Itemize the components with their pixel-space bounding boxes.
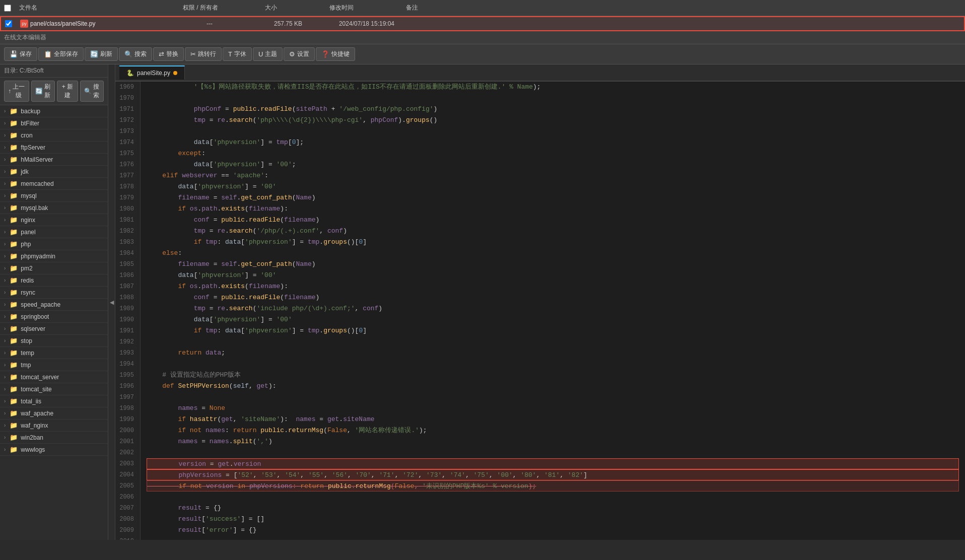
sidebar-item-label: tomcat_site xyxy=(21,386,51,393)
sidebar-item-pm2[interactable]: ›📁pm2 xyxy=(0,262,108,274)
code-line: filename = self.get_conf_path(Name) xyxy=(147,259,959,270)
sidebar-item-label: jdk xyxy=(21,168,28,175)
sidebar-item-redis[interactable]: ›📁redis xyxy=(0,274,108,287)
chevron-icon: › xyxy=(4,265,6,271)
code-container[interactable]: 1969197019711972197319741975197619771978… xyxy=(115,82,965,540)
line-number: 2003 xyxy=(119,458,136,469)
sidebar-item-mysql.bak[interactable]: ›📁mysql.bak xyxy=(0,202,108,214)
nav-search-button[interactable]: 🔍 搜索 xyxy=(80,81,104,102)
chevron-icon: › xyxy=(4,362,6,368)
line-number: 2004 xyxy=(119,469,136,480)
sidebar-item-label: rsync xyxy=(21,289,35,296)
chevron-icon: › xyxy=(4,423,6,428)
chevron-icon: › xyxy=(4,132,6,138)
goto-icon: ✂ xyxy=(190,50,196,58)
line-number: 1976 xyxy=(119,159,136,170)
sidebar-item-hMailServer[interactable]: ›📁hMailServer xyxy=(0,154,108,166)
line-number: 1999 xyxy=(119,414,136,425)
editor-tab-panelsite[interactable]: 🐍 panelSite.py xyxy=(119,65,185,80)
code-line: data['phpversion'] = '00' xyxy=(147,270,959,281)
sidebar-item-speed_apache[interactable]: ›📁speed_apache xyxy=(0,299,108,311)
sidebar-item-sqlserver[interactable]: ›📁sqlserver xyxy=(0,323,108,335)
code-line: tmp = re.search('/php/(.+).conf', conf) xyxy=(147,226,959,237)
sidebar-item-label: memcached xyxy=(21,180,53,187)
sidebar-item-springboot[interactable]: ›📁springboot xyxy=(0,311,108,323)
line-number: 1998 xyxy=(119,403,136,414)
sidebar-item-total_iis[interactable]: ›📁total_iis xyxy=(0,395,108,407)
sidebar-item-label: backup xyxy=(21,108,40,115)
sidebar-item-phpmyadmin[interactable]: ›📁phpmyadmin xyxy=(0,250,108,262)
folder-icon: 📁 xyxy=(10,252,18,260)
nav-up-button[interactable]: ↑ 上一级 xyxy=(4,81,29,102)
file-checkbox[interactable] xyxy=(5,20,12,27)
shortcuts-button[interactable]: ❓ 快捷键 xyxy=(316,47,355,61)
sidebar-item-tomcat_server[interactable]: ›📁tomcat_server xyxy=(0,371,108,383)
col-perm-header: 权限 / 所有者 xyxy=(160,4,241,12)
chevron-icon: › xyxy=(4,350,6,356)
code-line: if not names: return public.returnMsg(Fa… xyxy=(147,425,959,436)
folder-icon: 📁 xyxy=(10,264,18,272)
sidebar-item-label: speed_apache xyxy=(21,301,60,308)
nav-new-button[interactable]: + 新建 xyxy=(57,81,78,102)
save-button[interactable]: 💾 保存 xyxy=(4,47,37,61)
code-line: names = names.split(',') xyxy=(147,436,959,447)
collapse-icon: ◀ xyxy=(110,299,114,306)
search-button[interactable]: 🔍 搜索 xyxy=(119,47,152,61)
col-size-header: 大小 xyxy=(241,4,301,12)
refresh-button[interactable]: 🔄 刷新 xyxy=(85,47,118,61)
line-number: 2007 xyxy=(119,503,136,514)
chevron-icon: › xyxy=(4,338,6,343)
sidebar-item-tmp[interactable]: ›📁tmp xyxy=(0,359,108,371)
folder-icon: 📁 xyxy=(10,180,18,187)
sidebar-item-mysql[interactable]: ›📁mysql xyxy=(0,190,108,202)
save-icon: 💾 xyxy=(10,50,18,58)
sidebar-item-label: win2ban xyxy=(21,434,43,441)
chevron-icon: › xyxy=(4,398,6,404)
line-number: 1975 xyxy=(119,148,136,159)
sidebar-item-php[interactable]: ›📁php xyxy=(0,238,108,250)
sidebar-item-label: panel xyxy=(21,229,35,236)
replace-button[interactable]: ⇄ 替换 xyxy=(153,47,184,61)
sidebar-item-waf_nginx[interactable]: ›📁waf_nginx xyxy=(0,419,108,432)
select-all-checkbox[interactable] xyxy=(4,5,11,12)
sidebar-item-tomcat_site[interactable]: ›📁tomcat_site xyxy=(0,383,108,395)
chevron-icon: › xyxy=(4,374,6,380)
font-button[interactable]: T 字休 xyxy=(223,47,252,61)
chevron-icon: › xyxy=(4,277,6,283)
sidebar-item-temp[interactable]: ›📁temp xyxy=(0,347,108,359)
sidebar-item-stop[interactable]: ›📁stop xyxy=(0,335,108,347)
tab-modified-dot xyxy=(173,71,177,75)
theme-button[interactable]: U 主题 xyxy=(253,47,283,61)
code-line: '【%s】网站路径获取失败，请检查IIS是否存在此站点，如IIS不存在请通过面板… xyxy=(147,82,959,93)
sidebar-item-label: ftpServer xyxy=(21,144,45,151)
line-number: 1995 xyxy=(119,370,136,381)
sidebar-item-waf_apache[interactable]: ›📁waf_apache xyxy=(0,407,108,419)
sidebar-item-wwwlogs[interactable]: ›📁wwwlogs xyxy=(0,444,108,456)
sidebar-item-ftpServer[interactable]: ›📁ftpServer xyxy=(0,142,108,154)
sidebar-item-btFilter[interactable]: ›📁btFilter xyxy=(0,117,108,129)
sidebar-item-panel[interactable]: ›📁panel xyxy=(0,226,108,238)
code-line: tmp = re.search('include php/(\d+).conf;… xyxy=(147,303,959,314)
folder-icon: 📁 xyxy=(10,276,18,284)
folder-icon: 📁 xyxy=(10,349,18,357)
save-all-button[interactable]: 📋 全部保存 xyxy=(38,47,84,61)
sidebar-item-win2ban[interactable]: ›📁win2ban xyxy=(0,432,108,444)
line-number: 1991 xyxy=(119,325,136,336)
sidebar-item-nginx[interactable]: ›📁nginx xyxy=(0,214,108,226)
sidebar-item-memcached[interactable]: ›📁memcached xyxy=(0,178,108,190)
theme-icon: U xyxy=(258,50,263,58)
sidebar-collapse-handle[interactable]: ◀ xyxy=(108,64,115,540)
line-number: 2010 xyxy=(119,536,136,540)
goto-line-button[interactable]: ✂ 跳转行 xyxy=(185,47,222,61)
chevron-icon: › xyxy=(4,181,6,186)
line-number: 1972 xyxy=(119,115,136,126)
nav-refresh-button[interactable]: 🔄 刷新 xyxy=(31,81,55,102)
sidebar-item-label: tmp xyxy=(21,362,31,369)
sidebar-item-backup[interactable]: ›📁backup xyxy=(0,105,108,117)
sidebar-item-cron[interactable]: ›📁cron xyxy=(0,129,108,142)
sidebar-item-jdk[interactable]: ›📁jdk xyxy=(0,166,108,178)
settings-button[interactable]: ⚙ 设置 xyxy=(284,47,315,61)
folder-icon: 📁 xyxy=(10,361,18,369)
sidebar-item-rsync[interactable]: ›📁rsync xyxy=(0,287,108,299)
file-row[interactable]: py panel/class/panelSite.py --- 257.75 K… xyxy=(0,16,965,31)
